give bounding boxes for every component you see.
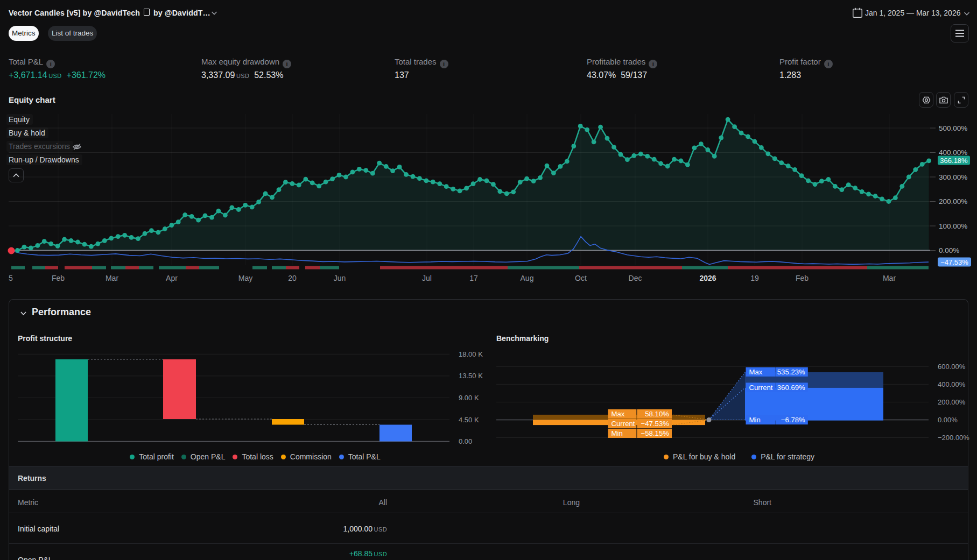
svg-text:Feb: Feb — [52, 274, 65, 282]
svg-text:Feb: Feb — [796, 274, 809, 282]
svg-text:Oct: Oct — [575, 274, 587, 282]
svg-text:Jul: Jul — [422, 274, 432, 282]
svg-text:20: 20 — [288, 274, 297, 282]
svg-text:Aug: Aug — [521, 274, 534, 282]
svg-text:300.00%: 300.00% — [939, 173, 967, 181]
svg-text:5: 5 — [9, 274, 13, 282]
svg-text:366.18%: 366.18% — [940, 157, 968, 165]
svg-text:17: 17 — [469, 274, 478, 282]
svg-text:100.00%: 100.00% — [939, 222, 967, 230]
svg-text:−47.53%: −47.53% — [940, 258, 968, 266]
svg-text:Apr: Apr — [166, 274, 178, 282]
svg-text:Mar: Mar — [883, 274, 896, 282]
svg-text:Dec: Dec — [629, 274, 642, 282]
svg-text:May: May — [238, 274, 252, 282]
svg-text:Jun: Jun — [334, 274, 346, 282]
svg-text:0.00%: 0.00% — [939, 246, 959, 254]
svg-text:500.00%: 500.00% — [939, 124, 967, 132]
svg-text:200.00%: 200.00% — [939, 197, 967, 205]
svg-text:19: 19 — [750, 274, 759, 282]
svg-text:Mar: Mar — [106, 274, 118, 282]
svg-text:2026: 2026 — [699, 274, 716, 282]
svg-text:400.00%: 400.00% — [939, 148, 967, 157]
